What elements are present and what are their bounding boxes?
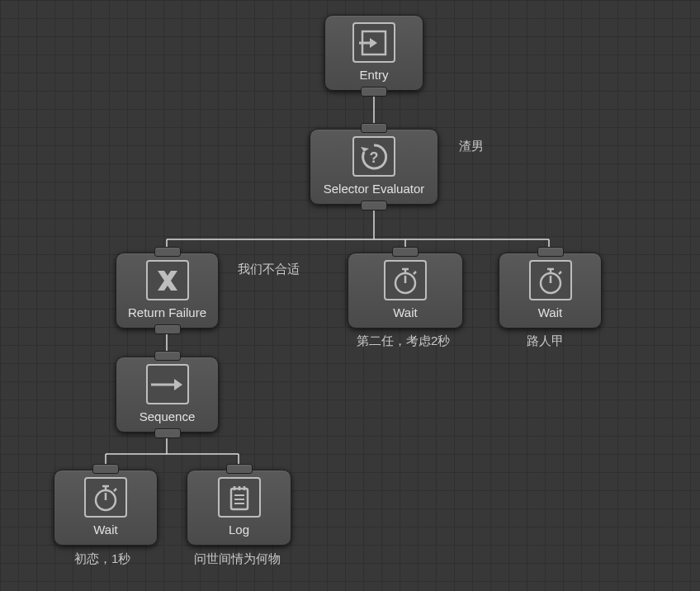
node-title: Wait xyxy=(393,305,417,319)
node-return-failure[interactable]: Return Failure xyxy=(116,253,219,329)
x-icon xyxy=(146,260,189,300)
input-port[interactable] xyxy=(92,464,119,474)
node-title: Entry xyxy=(359,68,388,82)
refresh-question-icon: ? xyxy=(352,136,395,177)
input-port[interactable] xyxy=(392,247,419,257)
node-comment: 路人甲 xyxy=(527,333,564,349)
node-comment: 我们不合适 xyxy=(238,262,300,277)
node-comment: 第二任，考虑2秒 xyxy=(357,333,450,349)
node-selector-evaluator[interactable]: ? Selector Evaluator xyxy=(310,129,438,205)
input-port[interactable] xyxy=(537,247,564,257)
node-comment: 初恋，1秒 xyxy=(74,551,130,567)
input-port[interactable] xyxy=(361,123,387,133)
output-port[interactable] xyxy=(154,428,181,438)
node-wait[interactable]: Wait xyxy=(348,253,463,329)
node-sequence[interactable]: Sequence xyxy=(116,357,219,433)
output-port[interactable] xyxy=(361,201,387,210)
input-port[interactable] xyxy=(154,351,181,361)
stopwatch-icon xyxy=(529,260,572,300)
output-port[interactable] xyxy=(361,87,387,97)
node-comment: 问世间情为何物 xyxy=(194,551,281,567)
arrow-right-icon xyxy=(146,364,189,404)
node-comment: 渣男 xyxy=(459,139,484,154)
stopwatch-icon xyxy=(384,260,427,300)
output-port[interactable] xyxy=(154,324,181,334)
input-port[interactable] xyxy=(154,247,181,257)
stopwatch-icon xyxy=(84,477,127,518)
entry-icon xyxy=(352,22,395,63)
node-entry[interactable]: Entry xyxy=(324,15,423,91)
node-title: Return Failure xyxy=(128,305,206,319)
input-port[interactable] xyxy=(226,464,253,474)
node-title: Log xyxy=(229,522,249,537)
node-wait[interactable]: Wait xyxy=(499,253,602,329)
node-title: Sequence xyxy=(140,409,196,423)
node-wait[interactable]: Wait xyxy=(54,470,158,546)
notepad-icon xyxy=(218,477,261,518)
node-title: Wait xyxy=(538,305,562,319)
node-title: Selector Evaluator xyxy=(324,182,425,196)
node-log[interactable]: Log xyxy=(187,470,291,546)
svg-text:?: ? xyxy=(370,149,379,166)
node-title: Wait xyxy=(93,522,117,537)
